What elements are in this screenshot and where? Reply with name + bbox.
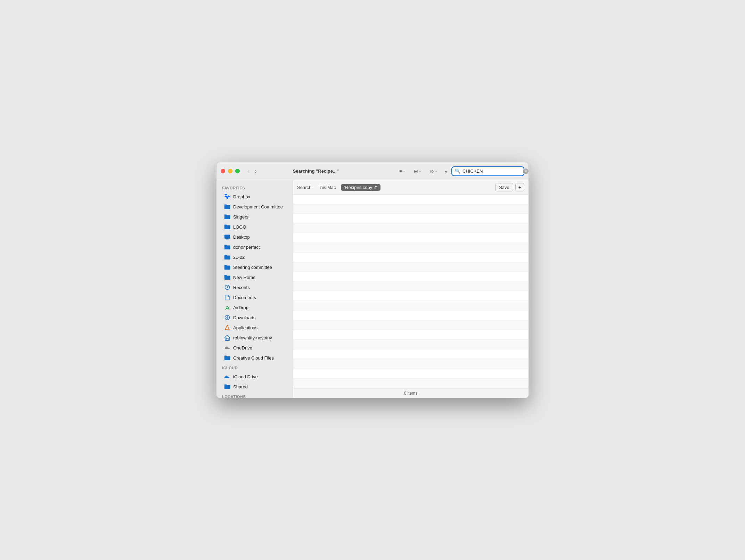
this-mac-button[interactable]: This Mac <box>316 184 338 191</box>
table-row[interactable] <box>293 359 529 369</box>
table-row[interactable] <box>293 311 529 320</box>
sidebar-item-downloads[interactable]: Downloads <box>219 313 290 322</box>
table-row[interactable] <box>293 233 529 243</box>
folder-icon <box>224 224 230 230</box>
dropbox-icon <box>224 193 230 200</box>
table-row[interactable] <box>293 340 529 349</box>
sidebar-item-label: AirDrop <box>233 305 248 310</box>
sidebar-item-steering-committee[interactable]: Steering committee <box>219 262 290 272</box>
list-view-icon: ≡ <box>399 168 402 174</box>
table-row[interactable] <box>293 253 529 262</box>
search-label: Search: <box>297 185 313 190</box>
airdrop-icon <box>224 304 230 311</box>
svg-rect-1 <box>227 239 228 239</box>
minimize-button[interactable] <box>228 169 232 173</box>
sidebar-item-airdrop[interactable]: AirDrop <box>219 303 290 312</box>
folder-icon <box>224 274 230 280</box>
sidebar-item-dropbox[interactable]: Dropbox <box>219 192 290 201</box>
icloud-header: iCloud <box>216 363 293 371</box>
table-row[interactable] <box>293 378 529 388</box>
close-button[interactable] <box>221 169 225 173</box>
sidebar-item-label: OneDrive <box>233 345 252 351</box>
search-bar: Search: This Mac "Recipes copy 2" Save + <box>293 180 529 195</box>
sidebar-item-development-committee[interactable]: Development Committee <box>219 202 290 212</box>
home-icon <box>224 335 230 341</box>
search-input[interactable] <box>462 168 521 174</box>
file-list <box>293 195 529 388</box>
sidebar-item-documents[interactable]: Documents <box>219 293 290 302</box>
action-icon: ⊙ <box>430 168 434 174</box>
toolbar-icons: ≡ ⌄ ⊞ ⌄ ⊙ ⌄ » <box>396 167 449 175</box>
table-row[interactable] <box>293 262 529 272</box>
sidebar-item-onedrive[interactable]: OneDrive <box>219 343 290 353</box>
action-button[interactable]: ⊙ ⌄ <box>427 167 440 175</box>
sidebar-item-robinwhitty-novotny[interactable]: robinwhitty-novotny <box>219 333 290 343</box>
sidebar-item-shared[interactable]: Shared <box>219 382 290 392</box>
table-row[interactable] <box>293 320 529 330</box>
sidebar-item-donor-perfect[interactable]: donor perfect <box>219 242 290 252</box>
content-area: Search: This Mac "Recipes copy 2" Save + <box>293 180 529 398</box>
sidebar-item-label: Downloads <box>233 315 255 320</box>
status-bar: 0 items <box>293 388 529 398</box>
table-row[interactable] <box>293 214 529 224</box>
downloads-icon <box>224 314 230 321</box>
search-actions: Save + <box>495 183 524 191</box>
table-row[interactable] <box>293 349 529 359</box>
sidebar-item-applications[interactable]: Applications <box>219 323 290 332</box>
item-count-label: 0 items <box>404 391 418 396</box>
list-view-button[interactable]: ≡ ⌄ <box>396 167 408 175</box>
sidebar-item-desktop[interactable]: Desktop <box>219 232 290 242</box>
table-row[interactable] <box>293 195 529 204</box>
sidebar-item-creative-cloud-files[interactable]: Creative Cloud Files <box>219 353 290 363</box>
shared-folder-icon <box>224 384 230 390</box>
table-row[interactable] <box>293 204 529 214</box>
main-content: Favorites Dropbox Development Committee <box>216 180 529 398</box>
folder-icon <box>224 254 230 260</box>
desktop-icon <box>224 234 230 240</box>
grid-view-icon: ⊞ <box>414 168 418 174</box>
table-row[interactable] <box>293 301 529 311</box>
sidebar-item-label: robinwhitty-novotny <box>233 335 272 340</box>
sidebar-item-label: 21-22 <box>233 255 245 260</box>
sidebar-item-label: Development Committee <box>233 204 283 209</box>
sidebar-item-21-22[interactable]: 21-22 <box>219 252 290 262</box>
sort-chevron-icon: ⌄ <box>403 169 406 173</box>
sidebar-item-label: iCloud Drive <box>233 374 258 379</box>
svg-rect-0 <box>224 234 230 238</box>
sidebar-item-label: Dropbox <box>233 194 250 199</box>
more-tools-button[interactable]: » <box>443 167 449 175</box>
sidebar-item-label: Singers <box>233 214 248 220</box>
search-clear-button[interactable]: ✕ <box>523 168 529 174</box>
sidebar-item-label: Shared <box>233 384 248 389</box>
search-icon: 🔍 <box>455 168 460 174</box>
sidebar-item-label: Desktop <box>233 234 250 240</box>
sidebar-item-label: Recents <box>233 285 250 290</box>
onedrive-icon <box>224 345 230 351</box>
save-button[interactable]: Save <box>495 183 513 191</box>
title-bar: ‹ › Searching "Recipe..." ≡ ⌄ ⊞ ⌄ ⊙ ⌄ » … <box>216 162 529 180</box>
folder-icon <box>224 214 230 220</box>
table-row[interactable] <box>293 224 529 233</box>
table-row[interactable] <box>293 330 529 340</box>
sidebar-item-label: Creative Cloud Files <box>233 355 274 361</box>
table-row[interactable] <box>293 272 529 282</box>
sidebar-item-new-home[interactable]: New Home <box>219 272 290 282</box>
active-scope-badge[interactable]: "Recipes copy 2" <box>341 184 380 191</box>
table-row[interactable] <box>293 369 529 378</box>
table-row[interactable] <box>293 291 529 301</box>
folder-icon <box>224 264 230 270</box>
add-button[interactable]: + <box>515 183 524 191</box>
svg-rect-7 <box>226 338 228 340</box>
table-row[interactable] <box>293 282 529 291</box>
sidebar-item-recents[interactable]: Recents <box>219 282 290 292</box>
sidebar-item-singers[interactable]: Singers <box>219 212 290 222</box>
document-icon <box>224 294 230 300</box>
sidebar: Favorites Dropbox Development Committee <box>216 180 293 398</box>
clear-icon: ✕ <box>524 169 527 173</box>
grid-view-button[interactable]: ⊞ ⌄ <box>411 167 424 175</box>
action-chevron-icon: ⌄ <box>435 169 437 173</box>
sidebar-item-icloud-drive[interactable]: iCloud Drive <box>219 372 290 381</box>
sidebar-item-logo[interactable]: LOGO <box>219 222 290 232</box>
table-row[interactable] <box>293 243 529 253</box>
sidebar-item-label: donor perfect <box>233 245 260 250</box>
